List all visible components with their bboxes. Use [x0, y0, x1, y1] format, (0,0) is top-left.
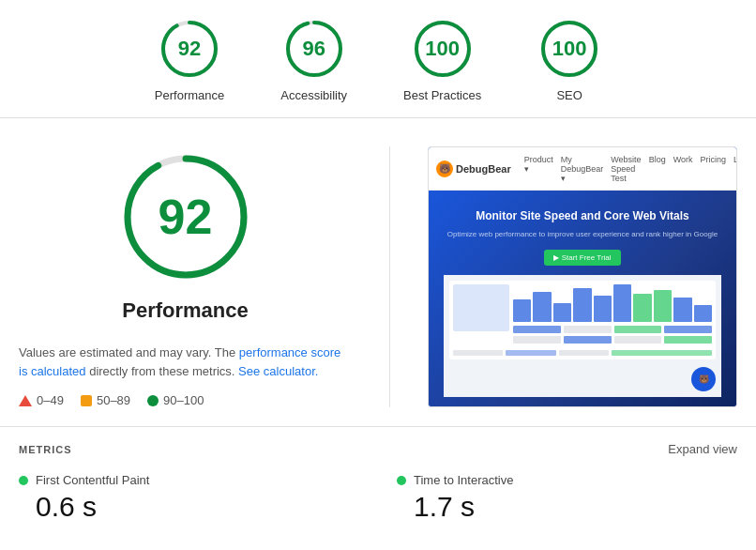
calculator-link[interactable]: See calculator. [238, 364, 318, 378]
dashboard-inner [449, 281, 716, 359]
score-circle-accessibility: 96 [282, 17, 346, 81]
metrics-section-title: METRICS [19, 444, 72, 455]
nav-mydebugbear: My DebugBear ▾ [561, 155, 604, 183]
expand-view-button[interactable]: Expand view [668, 442, 737, 456]
score-label-best-practices: Best Practices [403, 88, 481, 102]
dashboard-bars [513, 284, 712, 322]
nav-product: Product ▾ [524, 155, 553, 183]
dashboard-row-1 [513, 326, 712, 333]
metric-item-tti: Time to Interactive 1.7 s [397, 473, 737, 523]
big-performance-circle: 92 [115, 146, 256, 287]
performance-description: Values are estimated and may vary. The p… [19, 344, 352, 380]
vertical-divider [389, 146, 390, 407]
dot-icon [147, 395, 159, 406]
metric-label-fcp: First Contentful Paint [36, 473, 149, 487]
big-performance-value: 92 [159, 189, 213, 245]
metric-label-row-tti: Time to Interactive [397, 473, 737, 487]
metrics-section: METRICS Expand view First Contentful Pai… [0, 426, 756, 542]
score-value-performance: 92 [178, 37, 201, 61]
metric-item-fcp: First Contentful Paint 0.6 s [19, 473, 359, 523]
left-panel: 92 Performance Values are estimated and … [19, 146, 352, 407]
screenshot-hero-title: Monitor Site Speed and Core Web Vitals [444, 209, 721, 224]
score-value-seo: 100 [552, 37, 587, 61]
legend-item-good: 90–100 [147, 393, 204, 407]
performance-circle-container: 92 Performance [19, 146, 352, 334]
legend: 0–49 50–89 90–100 [19, 393, 204, 407]
main-content: 92 Performance Values are estimated and … [0, 118, 756, 426]
square-icon [81, 395, 92, 406]
screenshot-dashboard: 🐻 [444, 275, 721, 397]
screenshot-hero: Monitor Site Speed and Core Web Vitals O… [429, 191, 736, 406]
metrics-grid: First Contentful Paint 0.6 s Time to Int… [19, 473, 737, 523]
screenshot-logo: 🐻 DebugBear [436, 160, 511, 177]
score-label-accessibility: Accessibility [280, 88, 347, 102]
nav-blog: Blog [649, 155, 666, 183]
score-circle-performance: 92 [158, 17, 221, 81]
metric-dot-fcp [19, 476, 28, 485]
legend-item-bad: 0–49 [19, 393, 64, 407]
score-value-accessibility: 96 [302, 37, 325, 61]
dashboard-row-2 [513, 336, 712, 344]
screenshot-hero-sub: Optimize web performance to improve user… [444, 230, 721, 238]
bear-icon: 🐻 [436, 160, 453, 177]
score-item-performance: 92 Performance [155, 17, 224, 102]
scores-bar: 92 Performance 96 Accessibility 100 Best… [0, 0, 756, 118]
debugbear-badge: 🐻 [691, 367, 716, 391]
triangle-icon [19, 395, 32, 406]
score-circle-seo: 100 [537, 17, 601, 81]
score-item-best-practices: 100 Best Practices [403, 17, 481, 102]
metric-label-row-fcp: First Contentful Paint [19, 473, 359, 487]
score-label-seo: SEO [556, 88, 582, 102]
score-label-performance: Performance [155, 88, 224, 102]
right-panel: 🐻 DebugBear Product ▾ My DebugBear ▾ Web… [428, 146, 737, 407]
screenshot-hero-btn: ▶ Start Free Trial [544, 250, 620, 266]
legend-range-good: 90–100 [163, 393, 204, 407]
site-screenshot: 🐻 DebugBear Product ▾ My DebugBear ▾ Web… [428, 146, 737, 407]
performance-title: Performance [122, 298, 249, 323]
score-item-seo: 100 SEO [537, 17, 601, 102]
legend-range-medium: 50–89 [97, 393, 130, 407]
legend-range-bad: 0–49 [37, 393, 64, 407]
metrics-header: METRICS Expand view [19, 442, 737, 456]
metric-value-fcp: 0.6 s [19, 491, 359, 523]
metric-value-tti: 1.7 s [397, 491, 737, 523]
screenshot-nav: Product ▾ My DebugBear ▾ Website Speed T… [524, 155, 737, 183]
metric-dot-tti [397, 476, 406, 485]
score-circle-best-practices: 100 [411, 17, 475, 81]
nav-speedtest: Website Speed Test [611, 155, 641, 183]
nav-login: Login [733, 155, 737, 183]
nav-work: Work [673, 155, 693, 183]
score-value-best-practices: 100 [425, 37, 460, 61]
metric-label-tti: Time to Interactive [414, 473, 513, 487]
score-item-accessibility: 96 Accessibility [280, 17, 347, 102]
legend-item-medium: 50–89 [81, 393, 130, 407]
nav-pricing: Pricing [700, 155, 726, 183]
screenshot-logo-text: DebugBear [456, 163, 511, 175]
screenshot-header: 🐻 DebugBear Product ▾ My DebugBear ▾ Web… [429, 147, 736, 191]
